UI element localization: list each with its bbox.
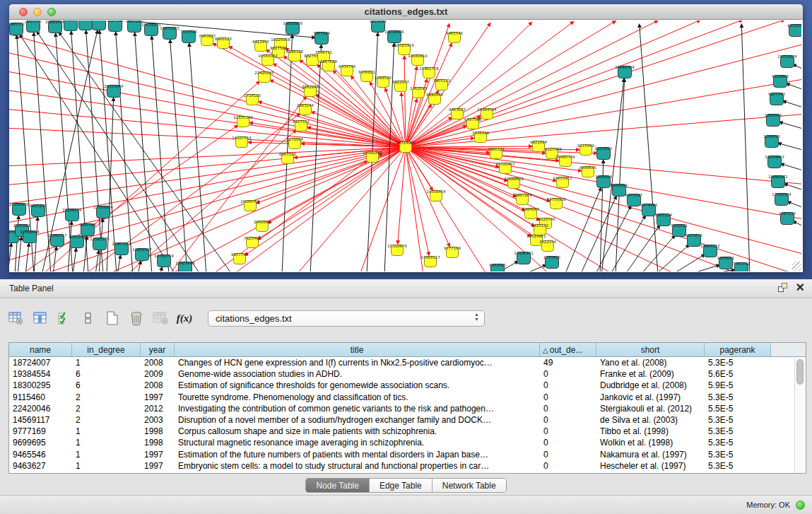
cell-short[interactable]: Wolkin et al. (1998) <box>596 437 705 448</box>
citation-node[interactable]: 20153346 <box>104 84 124 98</box>
trash-icon[interactable] <box>126 308 147 329</box>
citation-node[interactable]: 10654112 <box>700 244 719 257</box>
citation-edge[interactable] <box>152 36 169 271</box>
cell-name[interactable]: 9699695 <box>9 437 72 448</box>
citation-node[interactable]: 10719155 <box>141 23 160 36</box>
selected-citation-node[interactable]: 8454749 <box>339 64 356 76</box>
cell-name[interactable]: 9465546 <box>9 449 72 460</box>
citation-edge[interactable] <box>138 261 141 271</box>
table-row[interactable]: 1830029562008Estimation of significance … <box>9 380 806 391</box>
citation-node[interactable]: 17359924 <box>93 205 113 218</box>
cell-title[interactable]: Estimation of significance thresholds fo… <box>175 380 540 391</box>
selected-citation-node[interactable]: 9777169 <box>444 246 461 258</box>
citation-node[interactable]: 7543712 <box>733 262 750 271</box>
selected-citation-node[interactable]: 8427552 <box>293 119 310 132</box>
table-row[interactable]: 946362711997Embryonic stem cells: a mode… <box>9 460 806 472</box>
citation-node[interactable]: 8215953 <box>595 146 612 160</box>
citation-node[interactable]: 25206950 <box>9 202 29 216</box>
cell-year[interactable]: 1997 <box>141 449 175 460</box>
citation-node[interactable]: 2405572 <box>9 22 25 35</box>
citation-network-graph[interactable]: 1872400776658278660123891295518226058982… <box>9 21 801 271</box>
citation-node[interactable]: 7515526 <box>180 30 198 43</box>
cell-year[interactable]: 2008 <box>141 380 175 391</box>
scrollbar-thumb[interactable] <box>796 359 804 385</box>
citation-node[interactable]: 16782759 <box>154 254 174 267</box>
citation-node[interactable]: 1145194 <box>69 235 86 248</box>
cell-name[interactable]: 14569117 <box>9 414 72 426</box>
cell-title[interactable]: Embryonic stem cells: a model to study s… <box>175 460 540 472</box>
selected-citation-node[interactable]: 10688609 <box>504 177 524 189</box>
cell-title[interactable]: Corpus callosum shape and size in male p… <box>175 426 540 437</box>
citation-node[interactable]: 1640954 <box>595 175 613 188</box>
cell-short[interactable]: Tibbo et al. (1998) <box>596 426 705 437</box>
table-gear-icon[interactable] <box>6 308 27 329</box>
tab-network-table[interactable]: Network Table <box>433 479 506 492</box>
citation-node[interactable]: 15892971 <box>768 175 787 188</box>
cell-short[interactable]: Stergiakouli et al. (2012) <box>596 403 705 414</box>
citation-node[interactable]: 20891406 <box>45 21 65 33</box>
citation-node[interactable]: 12342757 <box>47 233 66 247</box>
selected-citation-node[interactable]: 18640910 <box>408 54 428 66</box>
citation-node[interactable]: 8466160 <box>126 21 143 33</box>
vertical-scrollbar[interactable] <box>794 358 805 473</box>
selected-citation-node[interactable]: 9890443 <box>426 93 443 105</box>
cell-title[interactable]: Genome-wide association studies in ADHD. <box>175 368 540 380</box>
selected-citation-node[interactable]: 6497568 <box>464 117 482 129</box>
window-titlebar[interactable]: citations_edges.txt <box>9 4 803 20</box>
citation-node[interactable]: 17016504 <box>772 192 792 206</box>
selected-citation-edge[interactable] <box>126 130 296 271</box>
cell-out_de[interactable]: 0 <box>540 449 596 460</box>
cell-short[interactable]: Yano et al. (2008) <box>596 357 705 368</box>
citation-edge[interactable] <box>786 83 801 91</box>
selected-citation-node[interactable]: 2718120 <box>244 93 261 105</box>
cell-short[interactable]: Dudbridge et al. (2008) <box>596 380 705 391</box>
cell-year[interactable]: 2009 <box>141 368 175 380</box>
citation-node[interactable]: 7857224 <box>313 31 331 45</box>
selected-citation-node[interactable]: 1588520 <box>375 76 392 88</box>
close-panel-icon[interactable]: ✕ <box>796 282 805 293</box>
cell-in_degree[interactable]: 1 <box>72 460 141 472</box>
selected-citation-node[interactable]: 9146821 <box>358 70 375 82</box>
citation-edge[interactable] <box>616 78 625 271</box>
cell-pagerank[interactable]: 5.3E-5 <box>705 414 771 426</box>
cell-pagerank[interactable]: 5.5E-5 <box>705 403 771 414</box>
cell-title[interactable]: Tourette syndrome. Phenomenology and cla… <box>175 392 540 403</box>
selected-citation-edge[interactable] <box>9 147 406 262</box>
selected-citation-edge[interactable] <box>233 147 406 271</box>
citation-node[interactable]: 17957253 <box>112 242 131 255</box>
citation-node[interactable]: 9046503 <box>77 21 94 30</box>
cell-short[interactable]: de Silva et al. (2003) <box>596 414 705 426</box>
selected-citation-node[interactable]: 8186328 <box>286 49 304 62</box>
cell-out_de[interactable]: 0 <box>540 403 596 414</box>
selected-citation-node[interactable]: 9170004 <box>286 137 304 149</box>
cell-title[interactable]: Investigating the contribution of common… <box>175 403 540 414</box>
selected-citation-node[interactable]: 8267110 <box>279 152 297 164</box>
cell-short[interactable]: Jankovic et al. (1997) <box>596 392 705 403</box>
cell-year[interactable]: 2012 <box>141 403 175 414</box>
cell-out_de[interactable]: 0 <box>540 380 596 391</box>
selected-citation-node[interactable]: 19654923 <box>553 176 572 188</box>
cell-out_de[interactable]: 49 <box>540 357 596 368</box>
cell-pagerank[interactable]: 5.3E-5 <box>705 392 771 403</box>
cell-in_degree[interactable]: 2 <box>72 392 141 403</box>
citation-edge[interactable] <box>73 248 76 271</box>
citation-node[interactable]: 12505135 <box>90 237 109 250</box>
cell-year[interactable]: 1997 <box>141 392 175 403</box>
function-icon[interactable]: f(x) <box>174 308 195 329</box>
selected-citation-node[interactable]: 8822037 <box>392 80 409 92</box>
cell-title[interactable]: Estimation of the future numbers of pati… <box>175 449 540 460</box>
memory-status-icon[interactable] <box>796 501 805 510</box>
cell-in_degree[interactable]: 1 <box>72 357 141 368</box>
cell-short[interactable]: Hescheler et al. (1997) <box>596 460 705 472</box>
cell-out_de[interactable]: 0 <box>540 392 596 403</box>
citation-edge[interactable] <box>779 122 801 130</box>
selected-citation-edge[interactable] <box>9 71 406 147</box>
citation-node[interactable]: 19218986 <box>384 30 404 43</box>
citation-node[interactable]: 16033809 <box>283 21 302 35</box>
citation-edge[interactable] <box>610 216 645 271</box>
citation-node[interactable]: 9329966 <box>772 74 789 88</box>
citation-node[interactable]: 16210643 <box>765 155 784 168</box>
selected-citation-edge[interactable] <box>406 147 423 271</box>
selected-citation-node[interactable]: 7986322 <box>488 147 505 159</box>
cell-out_de[interactable]: 0 <box>540 426 596 437</box>
